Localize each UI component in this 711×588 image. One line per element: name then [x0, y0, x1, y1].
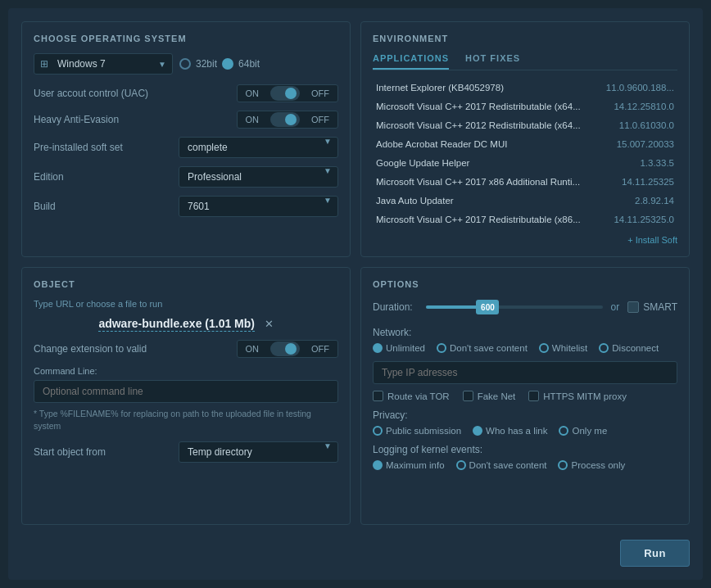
- bit64-radio[interactable]: [222, 58, 233, 70]
- edition-dropdown[interactable]: Professional Home Enterprise: [179, 166, 338, 188]
- route-tor-checkbox-item[interactable]: Route via TOR: [373, 391, 450, 401]
- radio-label: Don't save content: [450, 343, 528, 353]
- privacy-radio-item[interactable]: Who has a link: [473, 426, 547, 436]
- uac-label: User accout control (UAC): [34, 88, 148, 99]
- change-ext-on: ON: [238, 341, 268, 357]
- app-name: Java Auto Updater: [376, 196, 600, 206]
- cmd-label: Command Line:: [34, 366, 338, 376]
- list-item: Adobe Acrobat Reader DC MUI15.007.20033: [373, 135, 677, 154]
- privacy-radio-item[interactable]: Public submission: [373, 426, 461, 436]
- file-close-button[interactable]: ✕: [265, 318, 274, 330]
- run-button[interactable]: Run: [620, 540, 690, 567]
- radio-label: Disconnect: [612, 343, 659, 353]
- edition-wrapper[interactable]: Professional Home Enterprise ▼: [179, 166, 338, 188]
- build-wrapper[interactable]: 7601 7600 ▼: [179, 196, 338, 217]
- change-ext-slider[interactable]: [270, 341, 300, 356]
- app-name: Internet Explorer (KB4052978): [376, 83, 600, 93]
- app-version: 11.0.61030.0: [600, 120, 674, 130]
- radio-circle: [473, 426, 482, 436]
- preinstalled-wrapper[interactable]: complete minimal none ▼: [179, 137, 338, 158]
- privacy-label: Privacy:: [373, 409, 677, 421]
- app-version: 1.3.33.5: [600, 158, 674, 168]
- app-name: Microsoft Visual C++ 2017 x86 Additional…: [376, 177, 600, 187]
- change-ext-label: Change extension to valid: [34, 343, 147, 355]
- cmd-input[interactable]: [34, 380, 338, 403]
- https-mitm-checkbox[interactable]: [528, 391, 539, 401]
- change-ext-knob: [285, 343, 297, 355]
- slider-thumb[interactable]: 600: [476, 300, 499, 314]
- app-version: 2.8.92.14: [600, 196, 674, 206]
- radio-circle: [437, 343, 446, 353]
- anti-knob: [285, 114, 297, 125]
- uac-off-label: OFF: [303, 85, 337, 102]
- anti-evasion-toggle[interactable]: ON OFF: [237, 111, 339, 129]
- preinstalled-dropdown[interactable]: complete minimal none: [179, 137, 338, 158]
- privacy-radio-item[interactable]: Only me: [559, 426, 607, 436]
- change-ext-off: OFF: [303, 341, 337, 357]
- radio-circle: [599, 343, 609, 353]
- change-ext-toggle[interactable]: ON OFF: [237, 340, 339, 358]
- app-version: 15.007.20033: [600, 139, 674, 149]
- anti-off-label: OFF: [303, 111, 337, 128]
- radio-circle: [558, 460, 568, 470]
- network-row: Network: UnlimitedDon't save contentWhit…: [373, 327, 677, 353]
- radio-label: Who has a link: [486, 426, 547, 436]
- network-radio-item[interactable]: Don't save content: [437, 343, 528, 353]
- bit32-radio[interactable]: [179, 58, 191, 70]
- os-dropdown[interactable]: Windows 7 Windows 10 Windows XP: [34, 53, 173, 75]
- options-panel: OPTIONS Duration: 600 or SMART Network: …: [360, 267, 690, 525]
- app-version: 14.11.25325: [600, 177, 674, 187]
- https-mitm-checkbox-item[interactable]: HTTPS MITM proxy: [528, 391, 627, 401]
- uac-toggle[interactable]: ON OFF: [237, 84, 339, 102]
- start-from-wrapper[interactable]: Temp directory Desktop Downloads ▼: [179, 441, 338, 463]
- logging-radio-item[interactable]: Maximum info: [373, 460, 445, 470]
- tab-applications[interactable]: APPLICATIONS: [373, 53, 449, 70]
- route-tor-label: Route via TOR: [387, 391, 450, 401]
- list-item: Java Auto Updater2.8.92.14: [373, 192, 677, 210]
- route-tor-checkbox[interactable]: [373, 391, 383, 401]
- app-list: Internet Explorer (KB4052978)11.0.9600.1…: [373, 79, 677, 230]
- or-label: or: [611, 301, 620, 313]
- logging-label: Logging of kernel events:: [373, 444, 677, 455]
- radio-label: Unlimited: [386, 343, 425, 353]
- build-row: Build 7601 7600 ▼: [34, 196, 338, 217]
- privacy-radio-group: Public submissionWho has a linkOnly me: [373, 426, 677, 436]
- app-version: 14.11.25325.0: [600, 215, 674, 224]
- uac-slider[interactable]: [270, 86, 300, 101]
- object-panel-title: OBJECT: [34, 279, 338, 289]
- duration-slider-container[interactable]: 600: [426, 299, 603, 315]
- build-dropdown[interactable]: 7601 7600: [179, 196, 338, 217]
- anti-evasion-slider[interactable]: [270, 112, 300, 127]
- fake-net-checkbox[interactable]: [463, 391, 473, 401]
- radio-circle: [373, 343, 383, 353]
- start-from-row: Start object from Temp directory Desktop…: [34, 441, 338, 463]
- list-item: Microsoft Visual C++ 2017 x86 Additional…: [373, 173, 677, 192]
- object-panel: OBJECT Type URL or choose a file to run …: [21, 267, 351, 525]
- bit32-label: 32bit: [196, 58, 217, 70]
- app-version: 14.12.25810.0: [600, 102, 674, 111]
- ip-input[interactable]: [373, 361, 677, 384]
- network-radio-item[interactable]: Disconnect: [599, 343, 659, 353]
- smart-group: SMART: [627, 301, 677, 313]
- fake-net-checkbox-item[interactable]: Fake Net: [463, 391, 516, 401]
- duration-row: Duration: 600 or SMART: [373, 299, 677, 315]
- install-soft-link[interactable]: + Install Soft: [373, 235, 677, 245]
- start-from-dropdown[interactable]: Temp directory Desktop Downloads: [179, 441, 338, 463]
- radio-label: Don't save content: [469, 460, 547, 470]
- os-select-wrapper[interactable]: ⊞ Windows 7 Windows 10 Windows XP ▼: [34, 53, 173, 75]
- radio-label: Process only: [571, 460, 625, 470]
- env-tabs: APPLICATIONS HOT FIXES: [373, 53, 677, 70]
- logging-radio-group: Maximum infoDon't save contentProcess on…: [373, 460, 677, 470]
- build-label: Build: [34, 201, 56, 212]
- logging-radio-item[interactable]: Don't save content: [456, 460, 547, 470]
- network-radio-item[interactable]: Unlimited: [373, 343, 425, 353]
- tab-hotfixes[interactable]: HOT FIXES: [465, 53, 520, 70]
- edition-row: Edition Professional Home Enterprise ▼: [34, 166, 338, 188]
- network-radio-item[interactable]: Whitelist: [539, 343, 587, 353]
- logging-radio-item[interactable]: Process only: [558, 460, 625, 470]
- duration-label: Duration:: [373, 301, 418, 313]
- list-item: Microsoft Visual C++ 2012 Redistributabl…: [373, 116, 677, 135]
- uac-row: User accout control (UAC) ON OFF: [34, 84, 338, 102]
- smart-checkbox[interactable]: [627, 301, 639, 313]
- anti-evasion-row: Heavy Anti-Evasion ON OFF: [34, 111, 338, 129]
